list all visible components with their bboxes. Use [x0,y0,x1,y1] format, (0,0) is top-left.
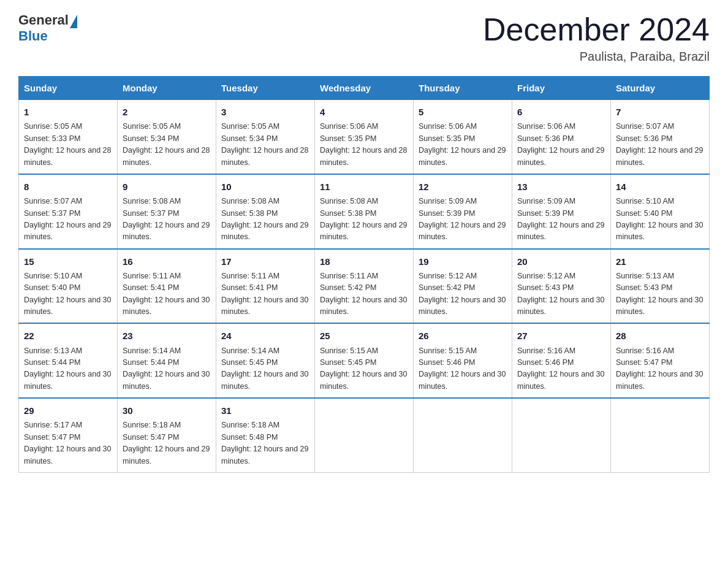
day-sunrise: Sunrise: 5:15 AMSunset: 5:45 PMDaylight:… [320,347,407,391]
calendar-week-row: 8Sunrise: 5:07 AMSunset: 5:37 PMDaylight… [19,174,710,249]
calendar-cell: 21Sunrise: 5:13 AMSunset: 5:43 PMDayligh… [611,249,710,324]
calendar-cell: 12Sunrise: 5:09 AMSunset: 5:39 PMDayligh… [414,174,512,249]
day-sunrise: Sunrise: 5:05 AMSunset: 5:33 PMDaylight:… [24,122,111,166]
day-number: 24 [221,329,309,343]
calendar-header-monday: Monday [118,77,216,100]
location-title: Paulista, Paraiba, Brazil [483,50,710,64]
calendar-cell: 22Sunrise: 5:13 AMSunset: 5:44 PMDayligh… [19,323,118,398]
day-number: 8 [24,180,112,194]
day-number: 4 [320,105,408,119]
title-section: December 2024 Paulista, Paraiba, Brazil [483,12,710,64]
logo-blue-text: Blue [18,28,77,44]
day-sunrise: Sunrise: 5:07 AMSunset: 5:36 PMDaylight:… [616,122,703,166]
day-number: 10 [221,180,309,194]
calendar-week-row: 15Sunrise: 5:10 AMSunset: 5:40 PMDayligh… [19,249,710,324]
calendar-cell: 13Sunrise: 5:09 AMSunset: 5:39 PMDayligh… [512,174,611,249]
calendar-cell: 28Sunrise: 5:16 AMSunset: 5:47 PMDayligh… [611,323,710,398]
day-sunrise: Sunrise: 5:15 AMSunset: 5:46 PMDaylight:… [419,347,506,391]
day-sunrise: Sunrise: 5:08 AMSunset: 5:38 PMDaylight:… [320,197,407,241]
day-number: 17 [221,255,309,269]
day-sunrise: Sunrise: 5:05 AMSunset: 5:34 PMDaylight:… [123,122,210,166]
calendar-cell [315,398,414,472]
day-number: 16 [123,255,211,269]
day-sunrise: Sunrise: 5:08 AMSunset: 5:38 PMDaylight:… [221,197,308,241]
day-number: 21 [616,255,704,269]
calendar-cell [611,398,710,472]
day-number: 9 [123,180,211,194]
day-number: 23 [123,329,211,343]
logo-triangle-icon [70,15,77,28]
calendar-cell: 17Sunrise: 5:11 AMSunset: 5:41 PMDayligh… [216,249,315,324]
calendar-cell: 2Sunrise: 5:05 AMSunset: 5:34 PMDaylight… [118,100,216,174]
day-sunrise: Sunrise: 5:12 AMSunset: 5:42 PMDaylight:… [419,272,506,316]
calendar-header-sunday: Sunday [19,77,118,100]
day-number: 15 [24,255,112,269]
day-number: 25 [320,329,408,343]
day-number: 6 [517,105,605,119]
calendar-cell: 11Sunrise: 5:08 AMSunset: 5:38 PMDayligh… [315,174,414,249]
calendar-cell: 7Sunrise: 5:07 AMSunset: 5:36 PMDaylight… [611,100,710,174]
day-number: 28 [616,329,704,343]
calendar-cell: 29Sunrise: 5:17 AMSunset: 5:47 PMDayligh… [19,398,118,472]
day-number: 2 [123,105,211,119]
day-sunrise: Sunrise: 5:09 AMSunset: 5:39 PMDaylight:… [517,197,604,241]
calendar-cell: 8Sunrise: 5:07 AMSunset: 5:37 PMDaylight… [19,174,118,249]
day-sunrise: Sunrise: 5:16 AMSunset: 5:47 PMDaylight:… [616,347,703,391]
calendar-cell: 30Sunrise: 5:18 AMSunset: 5:47 PMDayligh… [118,398,216,472]
calendar-header-row: SundayMondayTuesdayWednesdayThursdayFrid… [19,77,710,100]
calendar-cell: 3Sunrise: 5:05 AMSunset: 5:34 PMDaylight… [216,100,315,174]
day-sunrise: Sunrise: 5:07 AMSunset: 5:37 PMDaylight:… [24,197,111,241]
day-number: 31 [221,404,309,418]
day-number: 29 [24,404,112,418]
day-number: 11 [320,180,408,194]
day-sunrise: Sunrise: 5:12 AMSunset: 5:43 PMDaylight:… [517,272,604,316]
day-sunrise: Sunrise: 5:10 AMSunset: 5:40 PMDaylight:… [616,197,703,241]
day-number: 7 [616,105,704,119]
calendar-cell: 27Sunrise: 5:16 AMSunset: 5:46 PMDayligh… [512,323,611,398]
month-title: December 2024 [483,12,710,47]
day-number: 30 [123,404,211,418]
day-sunrise: Sunrise: 5:09 AMSunset: 5:39 PMDaylight:… [419,197,506,241]
calendar-cell: 16Sunrise: 5:11 AMSunset: 5:41 PMDayligh… [118,249,216,324]
day-sunrise: Sunrise: 5:13 AMSunset: 5:43 PMDaylight:… [616,272,703,316]
calendar-table: SundayMondayTuesdayWednesdayThursdayFrid… [18,76,710,473]
day-sunrise: Sunrise: 5:10 AMSunset: 5:40 PMDaylight:… [24,272,111,316]
day-sunrise: Sunrise: 5:18 AMSunset: 5:48 PMDaylight:… [221,421,308,465]
calendar-cell: 25Sunrise: 5:15 AMSunset: 5:45 PMDayligh… [315,323,414,398]
day-number: 12 [419,180,507,194]
day-number: 20 [517,255,605,269]
calendar-week-row: 29Sunrise: 5:17 AMSunset: 5:47 PMDayligh… [19,398,710,472]
day-sunrise: Sunrise: 5:14 AMSunset: 5:44 PMDaylight:… [123,347,210,391]
calendar-header-saturday: Saturday [611,77,710,100]
calendar-cell: 26Sunrise: 5:15 AMSunset: 5:46 PMDayligh… [414,323,512,398]
day-sunrise: Sunrise: 5:11 AMSunset: 5:41 PMDaylight:… [221,272,308,316]
day-number: 3 [221,105,309,119]
day-sunrise: Sunrise: 5:16 AMSunset: 5:46 PMDaylight:… [517,347,604,391]
day-sunrise: Sunrise: 5:17 AMSunset: 5:47 PMDaylight:… [24,421,111,465]
day-sunrise: Sunrise: 5:06 AMSunset: 5:35 PMDaylight:… [320,122,407,166]
day-number: 27 [517,329,605,343]
page-header: General Blue December 2024 Paulista, Par… [18,12,710,64]
calendar-cell: 5Sunrise: 5:06 AMSunset: 5:35 PMDaylight… [414,100,512,174]
day-number: 13 [517,180,605,194]
day-sunrise: Sunrise: 5:13 AMSunset: 5:44 PMDaylight:… [24,347,111,391]
calendar-cell: 19Sunrise: 5:12 AMSunset: 5:42 PMDayligh… [414,249,512,324]
calendar-week-row: 22Sunrise: 5:13 AMSunset: 5:44 PMDayligh… [19,323,710,398]
day-number: 5 [419,105,507,119]
day-number: 14 [616,180,704,194]
calendar-header-wednesday: Wednesday [315,77,414,100]
calendar-cell: 4Sunrise: 5:06 AMSunset: 5:35 PMDaylight… [315,100,414,174]
calendar-cell: 1Sunrise: 5:05 AMSunset: 5:33 PMDaylight… [19,100,118,174]
calendar-cell: 15Sunrise: 5:10 AMSunset: 5:40 PMDayligh… [19,249,118,324]
day-sunrise: Sunrise: 5:11 AMSunset: 5:42 PMDaylight:… [320,272,407,316]
calendar-cell: 14Sunrise: 5:10 AMSunset: 5:40 PMDayligh… [611,174,710,249]
calendar-cell: 18Sunrise: 5:11 AMSunset: 5:42 PMDayligh… [315,249,414,324]
calendar-cell: 9Sunrise: 5:08 AMSunset: 5:37 PMDaylight… [118,174,216,249]
logo: General Blue [18,12,77,44]
calendar-cell: 6Sunrise: 5:06 AMSunset: 5:36 PMDaylight… [512,100,611,174]
calendar-cell [414,398,512,472]
day-sunrise: Sunrise: 5:18 AMSunset: 5:47 PMDaylight:… [123,421,210,465]
day-number: 19 [419,255,507,269]
calendar-cell [512,398,611,472]
calendar-cell: 23Sunrise: 5:14 AMSunset: 5:44 PMDayligh… [118,323,216,398]
